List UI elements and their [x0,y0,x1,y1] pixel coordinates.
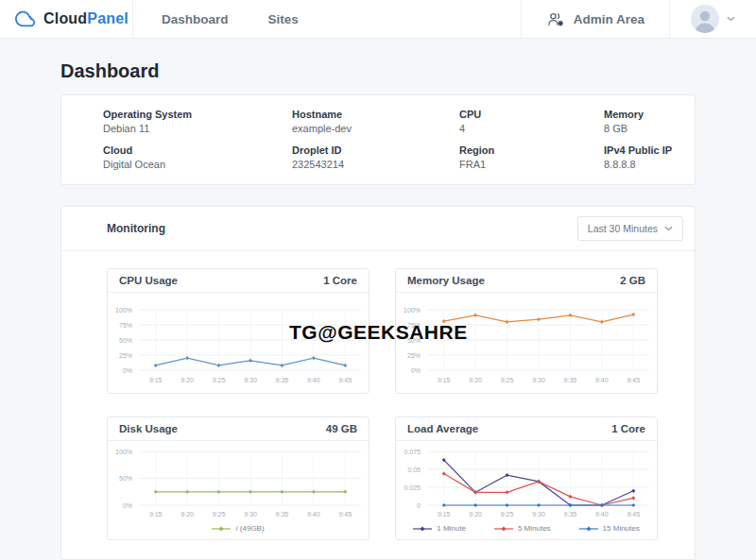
brand-secondary: Panel [87,10,129,26]
legend-label: / (49GB) [235,524,264,533]
page-title: Dashboard [60,60,696,82]
legend-item-1-minute[interactable]: 1 Minute [413,524,466,533]
chart-plot-area: 0.0750.050.02509:159:209:259:309:359:409… [396,441,657,524]
chart-unit-badge: 2 GB [620,275,645,286]
svg-text:9:30: 9:30 [244,377,257,383]
info-value: 8.8.8.8 [604,159,676,170]
monitoring-card: Monitoring Last 30 Minutes CPU Usage1 Co… [60,206,696,560]
svg-text:9:40: 9:40 [595,377,609,383]
chart-title: Memory Usage [407,275,485,286]
svg-text:0.075: 0.075 [404,449,421,455]
info-hostname: Hostname example-dev [292,109,459,134]
monitoring-title: Monitoring [107,222,165,235]
info-value: example-dev [292,123,459,134]
legend-marker-icon [413,525,432,533]
legend-item-5-minutes[interactable]: 5 Minutes [494,524,551,533]
info-value: Debian 11 [103,123,292,134]
person-icon [691,5,719,33]
svg-text:0: 0 [417,502,421,509]
chart-svg: 100%75%50%25%0%9:159:209:259:309:359:409… [108,295,369,391]
legend-item-15-minutes[interactable]: 15 Minutes [579,524,640,533]
time-range-dropdown[interactable]: Last 30 Minutes [577,216,683,241]
svg-text:100%: 100% [115,307,132,314]
legend-marker-icon [494,525,513,533]
info-ipv4: IPv4 Public IP 8.8.8.8 [604,144,676,170]
chart-header: Load Average1 Core [396,417,657,441]
svg-text:0.025: 0.025 [404,484,421,491]
nav-dashboard[interactable]: Dashboard [162,12,229,26]
chart-plot-area: 100%50%0%9:159:209:259:309:359:409:45 [108,441,369,524]
svg-text:9:25: 9:25 [501,511,514,518]
top-nav: CloudPanel Dashboard Sites Admin Area [0,0,756,39]
svg-text:9:20: 9:20 [180,377,194,383]
info-label: Hostname [292,109,459,120]
header-spacer [299,0,521,38]
svg-text:50%: 50% [119,475,132,482]
chart-svg: 100%75%50%25%0%9:159:209:259:309:359:409… [396,295,657,391]
info-region: Region FRA1 [459,144,604,170]
chevron-down-icon [664,226,673,231]
info-label: CPU [459,109,604,120]
info-cpu: CPU 4 [459,109,604,134]
info-droplet-id: Droplet ID 232543214 [292,144,459,170]
svg-text:75%: 75% [119,322,132,329]
svg-text:9:35: 9:35 [276,377,289,383]
info-value: Digital Ocean [103,159,292,170]
legend-label: 1 Minute [437,524,466,533]
system-info-card: Operating System Debian 11 Hostname exam… [60,94,696,185]
main-nav: Dashboard Sites [162,0,299,38]
svg-text:9:30: 9:30 [532,377,545,383]
avatar [691,5,719,33]
brand-text: CloudPanel [43,10,129,27]
chart-card-memory-usage: Memory Usage2 GB100%75%50%25%0%9:159:209… [395,268,658,394]
svg-text:9:15: 9:15 [438,511,451,518]
svg-text:9:30: 9:30 [244,511,257,518]
info-label: Region [459,144,604,156]
chart-card-disk-usage: Disk Usage49 GB100%50%0%9:159:209:259:30… [107,416,369,540]
chart-legend: / (49GB) [108,524,369,539]
info-value: FRA1 [459,159,604,170]
admin-area-button[interactable]: Admin Area [521,0,669,38]
brand-primary: Cloud [43,10,87,26]
info-value: 8 GB [604,123,676,134]
svg-text:9:30: 9:30 [532,511,545,518]
main-content: Dashboard Operating System Debian 11 Hos… [0,60,756,560]
chart-title: Load Average [407,423,478,434]
svg-text:9:20: 9:20 [180,511,194,518]
info-label: Memory [604,109,676,120]
chart-card-load-average: Load Average1 Core0.0750.050.02509:159:2… [395,416,658,540]
svg-text:9:35: 9:35 [564,511,577,518]
svg-text:9:40: 9:40 [307,377,320,383]
svg-text:9:25: 9:25 [501,377,514,383]
chart-header: Disk Usage49 GB [108,417,369,441]
users-gear-icon [546,11,565,27]
logo[interactable]: CloudPanel [0,0,133,38]
svg-text:9:45: 9:45 [627,377,640,383]
svg-text:0.05: 0.05 [407,467,421,473]
info-memory: Memory 8 GB [604,109,676,134]
chart-header: CPU Usage1 Core [108,269,369,293]
svg-text:9:35: 9:35 [276,511,289,518]
chart-legend: 1 Minute5 Minutes15 Minutes [396,524,657,539]
legend-item-49gb[interactable]: / (49GB) [212,524,264,533]
nav-sites[interactable]: Sites [268,12,299,26]
svg-text:9:15: 9:15 [149,377,163,383]
cloudpanel-app: CloudPanel Dashboard Sites Admin Area [0,0,756,560]
svg-text:9:20: 9:20 [469,377,482,383]
cloud-logo-icon [15,8,36,29]
chart-unit-badge: 1 Core [611,423,645,434]
legend-marker-icon [212,525,231,533]
user-menu[interactable] [669,0,756,38]
info-label: Cloud [103,144,292,156]
svg-text:9:45: 9:45 [338,511,352,518]
monitoring-header: Monitoring Last 30 Minutes [61,207,695,251]
chart-header: Memory Usage2 GB [396,269,657,293]
svg-text:75%: 75% [407,322,421,329]
chart-unit-badge: 49 GB [326,423,357,434]
info-value: 4 [459,123,604,134]
svg-text:25%: 25% [119,352,132,359]
legend-marker-icon [579,525,598,533]
chart-title: CPU Usage [119,275,178,286]
info-value: 232543214 [292,159,459,170]
info-operating-system: Operating System Debian 11 [103,109,292,134]
